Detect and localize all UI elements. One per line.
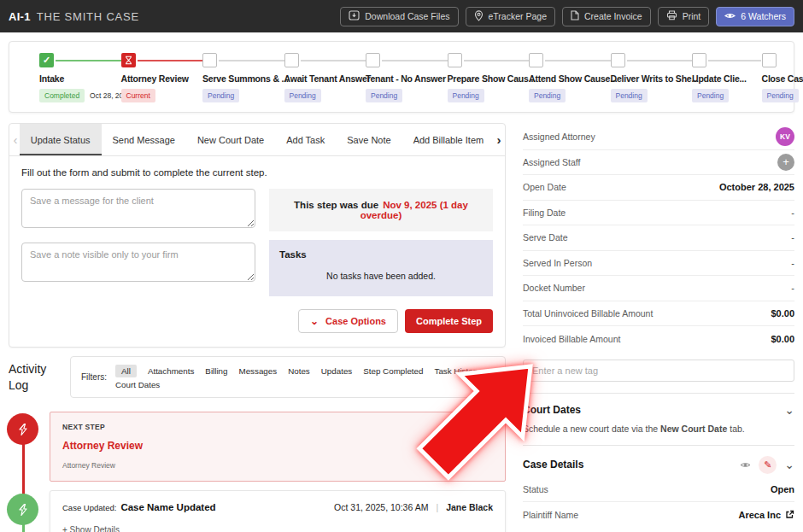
activity-log-title: Activity Log xyxy=(9,361,58,394)
activity-filters: Filters: All Attachments Billing Message… xyxy=(70,356,506,398)
tab-send-message[interactable]: Send Message xyxy=(102,124,186,155)
step-attend-show-cause[interactable]: Attend Show Cause... Pending xyxy=(529,53,611,102)
collapse-chevron-icon[interactable]: ⌄ xyxy=(784,406,794,413)
tab-update-status[interactable]: Update Status xyxy=(20,124,102,155)
chevron-down-icon: ⌄ xyxy=(310,319,319,324)
filter-billing[interactable]: Billing xyxy=(205,366,227,376)
status-label: Status xyxy=(523,484,548,494)
step-serve-summons[interactable]: Serve Summons & ... Pending xyxy=(202,53,284,102)
plaintiff-name-label: Plaintiff Name xyxy=(523,510,578,520)
print-button[interactable]: Print xyxy=(658,7,710,26)
open-date-value: October 28, 2025 xyxy=(719,182,794,192)
step-prepare-show-cause[interactable]: Prepare Show Caus... Pending xyxy=(448,53,530,102)
step-status-badge: Pending xyxy=(284,89,321,102)
step-close-case[interactable]: Close Case Pending xyxy=(762,53,803,102)
step-pending-icon xyxy=(611,53,625,67)
plaintiff-name-value[interactable]: Areca Inc xyxy=(738,510,794,520)
step-pending-icon xyxy=(529,53,543,67)
filter-attachments[interactable]: Attachments xyxy=(148,366,194,376)
client-message-input[interactable] xyxy=(21,189,255,228)
entry-title: Case Name Updated xyxy=(120,502,215,512)
step-pending-icon xyxy=(448,53,462,67)
step-label: Await Tenant Answer xyxy=(284,73,366,84)
step-status-badge: Pending xyxy=(762,89,799,102)
step-connector xyxy=(56,60,122,61)
served-in-person-label: Served In Person xyxy=(523,258,592,268)
tasks-empty-message: No tasks have been added. xyxy=(279,271,483,281)
open-date-label: Open Date xyxy=(523,182,566,192)
lightning-bolt-icon xyxy=(7,413,38,445)
filter-all[interactable]: All xyxy=(115,365,137,377)
next-step-kicker: NEXT STEP xyxy=(62,423,493,431)
filter-task-history[interactable]: Task History xyxy=(435,366,480,376)
case-options-button[interactable]: ⌄ Case Options xyxy=(298,309,398,333)
step-tenant-no-answer[interactable]: Tenant - No Answer Pending xyxy=(366,53,448,102)
invoiced-amount-value: $0.00 xyxy=(771,334,794,344)
step-pending-icon xyxy=(202,53,217,67)
court-dates-hint: Schedule a new court date via the New Co… xyxy=(523,424,794,434)
firm-note-input[interactable] xyxy=(21,243,255,282)
step-await-tenant-answer[interactable]: Await Tenant Answer Pending xyxy=(284,53,366,102)
create-invoice-button[interactable]: Create Invoice xyxy=(562,7,651,26)
attorney-avatar[interactable]: KV xyxy=(776,127,794,146)
edit-pencil-icon[interactable]: ✎ xyxy=(759,456,777,474)
external-link-icon[interactable] xyxy=(785,510,794,519)
case-id: AI-1 xyxy=(9,10,31,23)
invoiced-amount-label: Invoiced Billable Amount xyxy=(523,334,620,344)
tabs-scroll-right-icon[interactable]: › xyxy=(495,124,503,155)
filter-messages[interactable]: Messages xyxy=(238,366,277,376)
step-intake[interactable]: ✓ Intake CompletedOct 28, 2025 xyxy=(39,53,121,102)
serve-date-value: - xyxy=(791,232,794,243)
step-date: Oct 28, 2025 xyxy=(90,91,120,100)
activity-entry-card: Case Updated: Case Name Updated Oct 31, … xyxy=(50,490,506,532)
complete-step-button[interactable]: Complete Step xyxy=(405,309,493,333)
tab-add-task[interactable]: Add Task xyxy=(275,124,336,155)
tab-new-court-date[interactable]: New Court Date xyxy=(186,124,275,155)
step-status-badge: Pending xyxy=(529,89,566,102)
step-status-badge: Current xyxy=(121,89,155,102)
etracker-page-button[interactable]: eTracker Page xyxy=(466,7,555,26)
step-pending-icon xyxy=(284,53,299,67)
case-title: THE SMITH CASE xyxy=(37,10,139,23)
step-label: Close Case xyxy=(762,73,803,84)
tabs-scroll-left-icon[interactable]: ‹ xyxy=(11,124,20,155)
step-label: Tenant - No Answer xyxy=(366,73,448,84)
step-label: Serve Summons & ... xyxy=(202,73,284,84)
uninvoiced-amount-value: $0.00 xyxy=(771,308,794,319)
tab-save-note[interactable]: Save Note xyxy=(336,124,402,155)
filter-notes[interactable]: Notes xyxy=(288,366,310,376)
watchers-button[interactable]: 6 Watchers xyxy=(716,7,794,26)
filing-date-value: - xyxy=(791,208,794,218)
tasks-title: Tasks xyxy=(279,249,483,260)
assigned-staff-label: Assigned Staff xyxy=(523,157,581,167)
collapse-chevron-icon[interactable]: ⌄ xyxy=(784,461,794,468)
next-step-title: Attorney Review xyxy=(62,440,493,452)
download-icon xyxy=(349,10,360,22)
step-status-badge: Pending xyxy=(448,89,484,102)
step-status-badge: Pending xyxy=(202,89,239,102)
tag-input[interactable] xyxy=(523,360,794,382)
filter-updates[interactable]: Updates xyxy=(321,366,353,376)
served-in-person-value: - xyxy=(791,258,794,268)
show-details-toggle[interactable]: + Show Details xyxy=(62,525,493,532)
step-pending-icon xyxy=(762,53,777,67)
case-progress-stepper: ✓ Intake CompletedOct 28, 2025 Attorney … xyxy=(9,41,794,113)
step-attorney-review[interactable]: Attorney Review Current xyxy=(121,53,203,102)
step-status-badge: Pending xyxy=(692,89,729,102)
docket-number-label: Docket Number xyxy=(523,283,585,293)
court-dates-title: Court Dates xyxy=(523,404,581,416)
tab-add-billable-item[interactable]: Add Billable Item xyxy=(402,124,495,155)
step-completed-check-icon: ✓ xyxy=(39,53,54,67)
visibility-eye-icon[interactable] xyxy=(740,457,751,472)
step-deliver-writs[interactable]: Deliver Writs to She... Pending xyxy=(611,53,693,102)
step-label: Intake xyxy=(39,73,121,84)
step-connector xyxy=(301,60,367,61)
add-staff-button[interactable]: + xyxy=(777,154,794,171)
entry-author: Jane Black xyxy=(446,502,493,512)
filter-step-completed[interactable]: Step Completed xyxy=(363,366,423,376)
next-step-card: NEXT STEP Attorney Review Attorney Revie… xyxy=(50,412,506,482)
download-case-files-button[interactable]: Download Case Files xyxy=(340,7,458,26)
status-value: Open xyxy=(771,484,794,494)
step-connector xyxy=(382,60,448,61)
filter-court-dates[interactable]: Court Dates xyxy=(115,380,160,389)
